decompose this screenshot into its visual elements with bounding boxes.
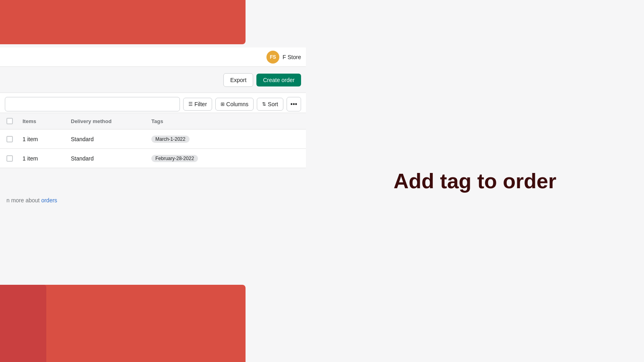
header-bar: FS F Store <box>0 47 306 67</box>
more-icon: ••• <box>291 101 297 108</box>
row-checkbox[interactable] <box>6 155 13 162</box>
row-delivery: Standard <box>71 136 151 142</box>
row-checkbox-col <box>6 136 23 142</box>
bottom-banner-inner <box>0 285 46 362</box>
sort-label: Sort <box>268 101 278 107</box>
table-row[interactable]: 1 item Standard March-1-2022 <box>0 130 306 149</box>
row-items: 1 item <box>23 155 71 162</box>
columns-label: Columns <box>226 101 248 107</box>
header-tags: Tags <box>151 118 299 124</box>
header-checkbox-col <box>6 118 23 124</box>
footer-text: n more about orders <box>6 197 57 204</box>
search-input[interactable] <box>5 97 180 111</box>
row-checkbox[interactable] <box>6 136 13 142</box>
table-row[interactable]: 1 item Standard February-28-2022 <box>0 149 306 168</box>
columns-icon: ⊞ <box>221 101 225 107</box>
row-delivery: Standard <box>71 155 151 162</box>
bottom-banner <box>0 285 246 362</box>
tag-badge[interactable]: March-1-2022 <box>151 136 190 143</box>
action-bar: Export Create order <box>0 67 306 93</box>
more-options-button[interactable]: ••• <box>287 97 301 111</box>
row-items: 1 item <box>23 136 71 142</box>
store-name: F Store <box>283 54 301 60</box>
row-tags: March-1-2022 <box>151 135 299 143</box>
sort-button[interactable]: ⇅ Sort <box>257 98 283 111</box>
filter-label: Filter <box>194 101 207 107</box>
orders-table: Items Delivery method Tags 1 item Standa… <box>0 113 306 168</box>
sort-icon: ⇅ <box>262 101 266 107</box>
filter-icon: ☰ <box>188 101 193 107</box>
tag-badge[interactable]: February-28-2022 <box>151 155 198 162</box>
select-all-checkbox[interactable] <box>6 118 13 124</box>
avatar: FS <box>266 51 279 64</box>
left-panel: FS F Store Export Create order ☰ Filter … <box>0 0 306 362</box>
row-checkbox-col <box>6 155 23 162</box>
create-order-button[interactable]: Create order <box>256 74 301 86</box>
row-tags: February-28-2022 <box>151 154 299 162</box>
filter-button[interactable]: ☰ Filter <box>183 98 212 111</box>
right-panel: Add tag to order <box>306 0 644 362</box>
top-banner <box>0 0 246 44</box>
export-button[interactable]: Export <box>223 73 253 87</box>
header-delivery: Delivery method <box>71 118 151 124</box>
right-panel-title: Add tag to order <box>394 169 556 193</box>
table-header: Items Delivery method Tags <box>0 113 306 130</box>
orders-link[interactable]: orders <box>41 197 57 204</box>
columns-button[interactable]: ⊞ Columns <box>215 98 254 111</box>
header-items: Items <box>23 118 71 124</box>
learn-more-text: n more about <box>6 197 41 204</box>
